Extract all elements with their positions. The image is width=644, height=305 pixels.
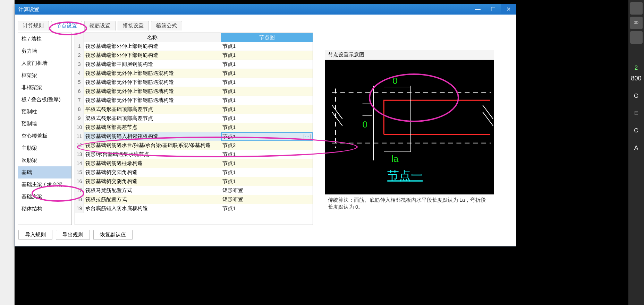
table-row[interactable]: 6筏形基础端部无外伸上部钢筋遇墙构造节点1 bbox=[75, 87, 313, 96]
tab-3[interactable]: 搭接设置 bbox=[118, 21, 149, 31]
tab-strip: 计算规则节点设置箍筋设置搭接设置箍筋公式 bbox=[18, 21, 513, 31]
axis-label: 2 bbox=[628, 64, 644, 71]
host-left-toolbar bbox=[0, 0, 15, 305]
table-row[interactable]: 3筏形基础端部中间层钢筋构造节点1 bbox=[75, 60, 313, 69]
table-row[interactable]: 11筏形基础钢筋锚入相邻筏板构造节点1⋯ bbox=[75, 132, 313, 141]
viewcube-2d-icon[interactable] bbox=[630, 31, 643, 44]
table-row[interactable]: 19承台底筋锚入防水底板构造节点1 bbox=[75, 204, 313, 213]
node-diagram: 0 0 la 节点一 bbox=[325, 60, 494, 194]
sidebar-item[interactable]: 基础主梁 / 承台梁 bbox=[18, 178, 71, 191]
grid-label-A: A bbox=[628, 145, 644, 151]
reset-defaults-button[interactable]: 恢复默认值 bbox=[93, 230, 133, 240]
svg-text:la: la bbox=[391, 154, 399, 164]
dialog-title: 计算设置 bbox=[18, 4, 39, 15]
sidebar-item[interactable]: 次肋梁 bbox=[18, 154, 71, 166]
sidebar-item[interactable]: 框架梁 bbox=[18, 69, 71, 81]
host-right-toolbar: 3D 2 800 G E C A bbox=[628, 0, 644, 305]
table-row[interactable]: 10筏形基础底部高差节点节点1 bbox=[75, 123, 313, 132]
table-row[interactable]: 13筏形/承台基础遇集水坑节点节点1 bbox=[75, 150, 313, 159]
tab-2[interactable]: 箍筋设置 bbox=[84, 21, 116, 31]
sidebar-item[interactable]: 非框架梁 bbox=[18, 81, 71, 94]
sidebar-item[interactable]: 柱 / 墙柱 bbox=[18, 33, 71, 45]
col-node-header: 节点图 bbox=[221, 33, 313, 42]
sidebar-item[interactable]: 基础次梁 bbox=[18, 191, 71, 203]
table-row[interactable]: 8平板式筏形基础顶部高差节点节点1 bbox=[75, 105, 313, 114]
maximize-button[interactable]: ☐ bbox=[485, 4, 501, 15]
sidebar-item[interactable]: 基础 bbox=[18, 166, 71, 178]
table-row[interactable]: 1筏形基础端部外伸上部钢筋构造节点1 bbox=[75, 42, 313, 51]
preview-note: 传统算法：面筋、底筋伸入相邻筏板内水平段长度默认为 La，弯折段长度默认为 0。 bbox=[325, 194, 494, 213]
tab-1[interactable]: 节点设置 bbox=[51, 21, 82, 31]
table-row[interactable]: 9梁板式筏形基础顶部高差节点节点1 bbox=[75, 114, 313, 123]
sidebar-item[interactable]: 人防门框墙 bbox=[18, 57, 71, 69]
export-rules-button[interactable]: 导出规则 bbox=[56, 230, 90, 240]
table-row[interactable]: 17筏板马凳筋配置方式矩形布置 bbox=[75, 186, 313, 195]
viewcube-3d-icon[interactable]: 3D bbox=[630, 17, 643, 29]
svg-text:节点一: 节点一 bbox=[387, 169, 423, 182]
table-row[interactable]: 18筏板拉筋配置方式矩形布置 bbox=[75, 195, 313, 204]
table-row[interactable]: 2筏形基础端部外伸下部钢筋构造节点1 bbox=[75, 51, 313, 60]
import-rules-button[interactable]: 导入规则 bbox=[18, 230, 52, 240]
svg-text:0: 0 bbox=[392, 76, 397, 86]
calc-settings-dialog: 计算设置 — ☐ ✕ 计算规则节点设置箍筋设置搭接设置箍筋公式 柱 / 墙柱剪力… bbox=[15, 4, 516, 246]
preview-panel: 节点设置示意图 bbox=[325, 33, 513, 225]
table-row[interactable]: 12筏形基础钢筋遇承台/独基/承台梁/基础联系梁/条基构造节点2 bbox=[75, 141, 313, 150]
table-row[interactable]: 7筏形基础端部无外伸下部钢筋遇墙构造节点1 bbox=[75, 96, 313, 105]
viewcube-icon[interactable] bbox=[630, 2, 643, 15]
tab-4[interactable]: 箍筋公式 bbox=[151, 21, 182, 31]
sidebar-item[interactable]: 剪力墙 bbox=[18, 45, 71, 57]
sidebar-item[interactable]: 预制墙 bbox=[18, 118, 71, 130]
sidebar-item[interactable]: 主肋梁 bbox=[18, 142, 71, 154]
col-name-header: 名称 bbox=[84, 33, 221, 42]
category-sidebar: 柱 / 墙柱剪力墙人防门框墙框架梁非框架梁板 / 叠合板(整厚)预制柱预制墙空心… bbox=[18, 33, 72, 225]
sidebar-item[interactable]: 预制柱 bbox=[18, 106, 71, 118]
sidebar-item[interactable]: 空心楼盖板 bbox=[18, 130, 71, 142]
dialog-titlebar: 计算设置 — ☐ ✕ bbox=[15, 4, 516, 15]
table-row[interactable]: 15筏形基础斜交阳角构造节点1 bbox=[75, 168, 313, 177]
node-table: 名称 节点图 1筏形基础端部外伸上部钢筋构造节点12筏形基础端部外伸下部钢筋构造… bbox=[75, 33, 313, 225]
tab-0[interactable]: 计算规则 bbox=[18, 21, 49, 31]
table-row[interactable]: 5筏形基础端部无外伸下部钢筋遇梁构造节点1 bbox=[75, 78, 313, 87]
table-row[interactable]: 16筏形基础斜交阴角构造节点1 bbox=[75, 177, 313, 186]
preview-title: 节点设置示意图 bbox=[325, 50, 494, 60]
cell-more-button[interactable]: ⋯ bbox=[304, 134, 311, 139]
svg-text:0: 0 bbox=[363, 120, 367, 129]
sidebar-item[interactable]: 板 / 叠合板(整厚) bbox=[18, 94, 71, 106]
sidebar-item[interactable]: 砌体结构 bbox=[18, 203, 71, 215]
table-row[interactable]: 14筏形基础钢筋遇柱墩构造节点1 bbox=[75, 159, 313, 168]
grid-label-G: G bbox=[628, 93, 644, 99]
minimize-button[interactable]: — bbox=[470, 4, 485, 15]
close-button[interactable]: ✕ bbox=[501, 4, 516, 15]
grid-label-C: C bbox=[628, 127, 644, 134]
grid-label-E: E bbox=[628, 110, 644, 117]
table-row[interactable]: 4筏形基础端部无外伸上部钢筋遇梁构造节点1 bbox=[75, 69, 313, 78]
